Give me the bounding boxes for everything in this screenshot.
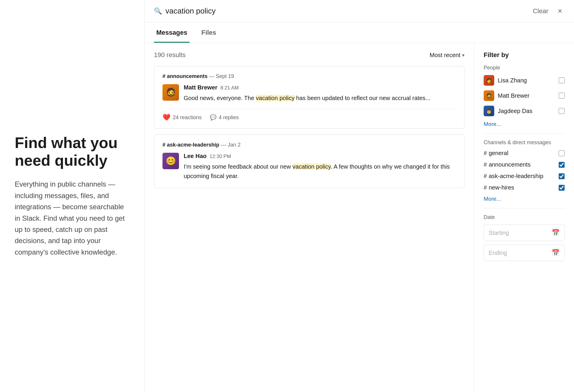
- text-before: I'm seeing some feedback about our new: [184, 163, 293, 170]
- person-name: Lisa Zhang: [498, 77, 527, 84]
- text-before: Good news, everyone. The: [184, 95, 256, 101]
- channel-checkbox-new-hires[interactable]: [559, 185, 565, 191]
- card-header: # announcements — Sept 19: [162, 73, 456, 79]
- close-button[interactable]: ×: [555, 5, 565, 17]
- channel-name: general: [489, 150, 508, 157]
- reactions-button[interactable]: ❤️ 24 reactions: [162, 114, 202, 121]
- hero-body: Everything in public channels — includin…: [15, 179, 130, 258]
- message-text: I'm seeing some feedback about our new v…: [184, 162, 456, 181]
- filter-person: 👨 Jagdeep Das: [484, 106, 532, 116]
- tab-messages[interactable]: Messages: [154, 22, 190, 43]
- channel-item: # announcements: [484, 161, 530, 168]
- message-meta: Matt Brewer 8:21 AM: [184, 84, 456, 91]
- channel-checkbox-ask-acme[interactable]: [559, 173, 565, 179]
- channel-name: new-hires: [489, 184, 514, 191]
- card-body: 🧔 Matt Brewer 8:21 AM Good news, everyon…: [162, 84, 456, 103]
- date-starting-input[interactable]: Starting 📅: [484, 225, 565, 241]
- channel-name: announcements: [489, 161, 530, 168]
- people-section-label: People: [484, 65, 565, 71]
- filter-item-ask-acme: # ask-acme-leadership: [484, 173, 565, 180]
- date-section-label: Date: [484, 214, 565, 220]
- avatar: 🧔: [162, 84, 179, 101]
- date-ending-placeholder: Ending: [489, 250, 507, 256]
- channel-name: ask-acme-leadership: [489, 173, 543, 180]
- tabs-bar: Messages Files: [145, 22, 574, 43]
- avatar: 🧔: [484, 90, 494, 101]
- message-meta: Lee Hao 12:30 PM: [184, 153, 456, 160]
- message-date-value: Jan 2: [228, 142, 240, 148]
- filter-item-lisa: 👩 Lisa Zhang: [484, 75, 565, 86]
- avatar: 😊: [162, 153, 179, 169]
- message-text: Good news, everyone. The vacation policy…: [184, 93, 456, 103]
- text-after: has been updated to reflect our new accr…: [295, 95, 430, 101]
- sender-name: Matt Brewer: [184, 84, 217, 91]
- filter-person: 👩 Lisa Zhang: [484, 75, 527, 86]
- calendar-icon: 📅: [552, 229, 560, 237]
- filter-divider: [484, 133, 565, 134]
- hero-heading: Find what you need quickly: [15, 134, 130, 170]
- message-date: —: [221, 142, 228, 148]
- filter-item-announcements: # announcements: [484, 161, 565, 168]
- search-bar: 🔍 Clear ×: [145, 0, 574, 22]
- filter-item-general: # general: [484, 150, 565, 157]
- message-date-value: Sept 19: [216, 73, 234, 79]
- results-panel: 190 results Most recent ▾ # announcement…: [145, 43, 474, 392]
- text-highlight: vacation policy: [256, 95, 294, 101]
- person-checkbox-lisa[interactable]: [559, 77, 565, 83]
- channel-checkbox-general[interactable]: [559, 150, 565, 156]
- card-body: 😊 Lee Hao 12:30 PM I'm seeing some feedb…: [162, 153, 456, 181]
- channels-more-link[interactable]: More...: [484, 196, 565, 202]
- replies-button[interactable]: 💬 4 replies: [210, 114, 239, 121]
- results-count: 190 results: [154, 51, 186, 59]
- channel-checkbox-announcements[interactable]: [559, 162, 565, 168]
- filter-divider-2: [484, 208, 565, 208]
- person-name: Jagdeep Das: [498, 108, 532, 114]
- message-card: # announcements — Sept 19 🧔 Matt Brewer …: [154, 66, 464, 129]
- chevron-down-icon: ▾: [462, 52, 464, 58]
- search-input[interactable]: [165, 6, 526, 16]
- right-panel: 🔍 Clear × Messages Files 190 results Mos…: [144, 0, 574, 392]
- date-starting-placeholder: Starting: [489, 230, 509, 236]
- left-panel: Find what you need quickly Everything in…: [0, 0, 144, 392]
- text-highlight: vacation policy: [293, 163, 331, 170]
- message-content: Matt Brewer 8:21 AM Good news, everyone.…: [184, 84, 456, 103]
- heart-icon: ❤️: [162, 114, 170, 121]
- reactions-count: 24 reactions: [173, 114, 202, 121]
- people-more-link[interactable]: More...: [484, 121, 565, 127]
- sender-name: Lee Hao: [184, 153, 207, 160]
- filter-panel: Filter by People 👩 Lisa Zhang 🧔 Matt: [474, 43, 574, 392]
- message-card: # ask-acme-leadership — Jan 2 😊 Lee Hao …: [154, 134, 464, 188]
- message-time: 12:30 PM: [210, 154, 231, 160]
- avatar: 👩: [484, 75, 494, 86]
- results-header: 190 results Most recent ▾: [154, 51, 464, 59]
- filter-item-matt: 🧔 Matt Brewer: [484, 90, 565, 101]
- card-header: # ask-acme-leadership — Jan 2: [162, 142, 456, 148]
- person-name: Matt Brewer: [498, 92, 530, 99]
- date-ending-input[interactable]: Ending 📅: [484, 245, 565, 261]
- content-area: 190 results Most recent ▾ # announcement…: [145, 43, 574, 392]
- channels-section-label: Channels & direct messages: [484, 139, 565, 146]
- search-icon: 🔍: [154, 7, 162, 15]
- filter-item-new-hires: # new-hires: [484, 184, 565, 191]
- person-checkbox-jagdeep[interactable]: [559, 108, 565, 114]
- channel-item: # new-hires: [484, 184, 514, 191]
- person-checkbox-matt[interactable]: [559, 93, 565, 99]
- message-time: 8:21 AM: [220, 85, 238, 91]
- channel-name: # ask-acme-leadership: [162, 142, 219, 148]
- calendar-icon: 📅: [552, 249, 560, 257]
- chat-icon: 💬: [210, 114, 216, 121]
- filter-item-jagdeep: 👨 Jagdeep Das: [484, 106, 565, 116]
- channel-name: # announcements: [162, 73, 208, 79]
- filter-title: Filter by: [484, 51, 565, 59]
- message-date: —: [209, 73, 216, 79]
- avatar: 👨: [484, 106, 494, 116]
- card-footer: ❤️ 24 reactions 💬 4 replies: [162, 109, 456, 121]
- replies-count: 4 replies: [219, 114, 239, 121]
- sort-label: Most recent: [430, 52, 460, 59]
- tab-files[interactable]: Files: [199, 22, 218, 43]
- channel-item: # ask-acme-leadership: [484, 173, 543, 180]
- channel-item: # general: [484, 150, 508, 157]
- sort-dropdown[interactable]: Most recent ▾: [430, 52, 464, 59]
- clear-button[interactable]: Clear: [529, 6, 552, 16]
- message-content: Lee Hao 12:30 PM I'm seeing some feedbac…: [184, 153, 456, 181]
